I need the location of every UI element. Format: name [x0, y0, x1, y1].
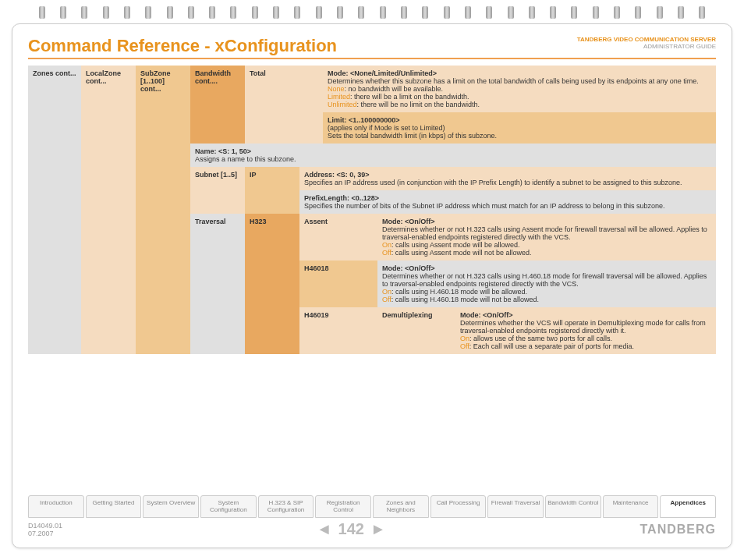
prev-arrow-icon[interactable]: ◄: [317, 520, 332, 538]
tab-registration-control[interactable]: Registration Control: [315, 495, 371, 518]
next-arrow-icon[interactable]: ►: [370, 520, 386, 538]
config-table: Zones cont... LocalZone cont... SubZone …: [28, 66, 716, 354]
col-zones: Zones cont...: [28, 66, 81, 354]
h46019-desc: Mode: <On/Off> Determines whether the VC…: [455, 307, 716, 354]
page-number: 142: [338, 520, 364, 538]
assent-desc: Mode: <On/Off> Determines whether or not…: [377, 214, 716, 261]
subnet-address: Address: <S: 0, 39> Specifies an IP addr…: [299, 167, 716, 190]
param-name: Name: <S: 1, 50> Assigns a name to this …: [190, 144, 716, 167]
tab-introduction[interactable]: Introduction: [28, 495, 84, 518]
col-subzone: SubZone [1..100] cont...: [136, 66, 190, 354]
pager: ◄ 142 ►: [317, 520, 386, 538]
param-demux: Demultiplexing: [377, 307, 455, 354]
h46018-desc: Mode: <On/Off> Determines whether or not…: [377, 261, 716, 307]
param-h323: H323: [245, 214, 299, 354]
page-card: Command Reference - xConfiguration TANDB…: [12, 23, 732, 548]
param-assent: Assent: [299, 214, 377, 261]
page-title: Command Reference - xConfiguration: [28, 36, 337, 56]
tab-getting-started[interactable]: Getting Started: [86, 495, 142, 518]
header-right: TANDBERG VIDEO COMMUNICATION SERVER ADMI…: [577, 36, 716, 50]
col-localzone: LocalZone cont...: [81, 66, 136, 354]
subnet-prefix: PrefixLength: <0..128> Specifies the num…: [299, 190, 716, 214]
param-ip: IP: [245, 167, 299, 214]
header: Command Reference - xConfiguration TANDB…: [28, 36, 716, 59]
spiral-binding: [0, 6, 744, 19]
brand-logo: TANDBERG: [640, 523, 716, 537]
tab-bandwidth-control[interactable]: Bandwidth Control: [545, 495, 601, 518]
tab-zones-and-neighbors[interactable]: Zones and Neighbors: [373, 495, 429, 518]
col-bandwidth: Bandwidth cont....: [190, 66, 245, 144]
param-subnet: Subnet [1..5]: [190, 167, 245, 214]
tab-firewall-traversal[interactable]: Firewall Traversal: [487, 495, 544, 518]
tab-maintenance[interactable]: Maintenance: [603, 495, 659, 518]
param-h46018: H46018: [299, 261, 377, 307]
footer: D14049.01 07.2007 ◄ 142 ► TANDBERG: [28, 520, 716, 538]
tab-h-sip-configuration[interactable]: H.323 & SIP Configuration: [258, 495, 314, 518]
param-total: Total: [245, 66, 323, 144]
tab-system-configuration[interactable]: System Configuration: [200, 495, 257, 518]
doc-info: D14049.01 07.2007: [28, 522, 62, 537]
tab-system-overview[interactable]: System Overview: [143, 495, 199, 518]
total-limit: Limit: <1..100000000> (applies only if M…: [323, 112, 716, 144]
param-h46019: H46019: [299, 307, 377, 354]
param-traversal: Traversal: [190, 214, 245, 354]
tab-appendices[interactable]: Appendices: [660, 495, 716, 518]
tab-call-processing[interactable]: Call Processing: [430, 495, 487, 518]
total-mode: Mode: <None/Limited/Unlimited> Determine…: [323, 66, 716, 112]
col-rest: Bandwidth cont.... Total Mode: <None/Lim…: [190, 66, 716, 354]
nav-tabs: IntroductionGetting StartedSystem Overvi…: [28, 495, 716, 518]
